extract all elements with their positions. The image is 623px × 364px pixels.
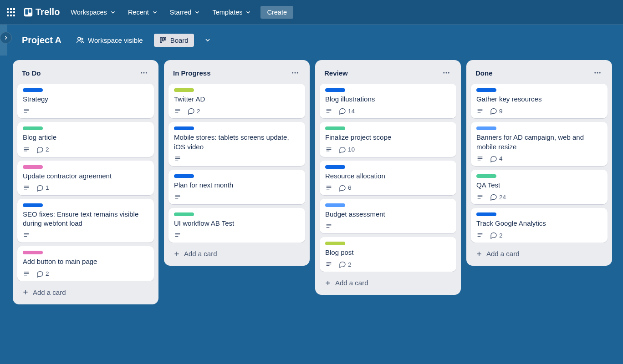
list-menu-button[interactable]	[440, 66, 453, 79]
create-button[interactable]: Create	[260, 6, 293, 19]
card[interactable]: UI workflow AB Test	[169, 208, 305, 243]
list-header: Done	[470, 65, 608, 84]
description-icon	[23, 146, 30, 153]
card-label-sky[interactable]	[476, 126, 496, 130]
nav-starred[interactable]: Starred	[164, 6, 206, 19]
card[interactable]: Add button to main page 2	[17, 246, 154, 281]
card-label-lime[interactable]	[325, 242, 345, 245]
description-badge	[325, 261, 332, 268]
card-label-blue[interactable]	[325, 88, 345, 92]
card[interactable]: Gather key resources 9	[471, 84, 608, 118]
list-title[interactable]: To Do	[22, 69, 41, 77]
card[interactable]: Blog article 2	[17, 122, 154, 157]
list-title[interactable]: Review	[324, 69, 348, 77]
card-title: Blog article	[23, 133, 148, 142]
card-label-lime[interactable]	[174, 88, 194, 92]
card-label-blue[interactable]	[476, 212, 496, 216]
list-menu-button[interactable]	[591, 66, 604, 79]
add-card-button[interactable]: Add a card	[470, 245, 608, 262]
visibility-button[interactable]: Workspace visible	[71, 33, 148, 47]
nav-templates-label: Templates	[212, 9, 242, 16]
add-card-button[interactable]: Add a card	[319, 274, 457, 291]
description-icon	[174, 155, 181, 162]
description-icon	[174, 107, 181, 115]
description-icon	[23, 107, 30, 115]
comment-icon	[490, 107, 497, 115]
card-label-green[interactable]	[476, 174, 496, 178]
app-switcher-button[interactable]	[4, 5, 18, 20]
sidebar-expand-button[interactable]	[0, 32, 12, 44]
add-card-button[interactable]: Add a card	[168, 245, 306, 262]
card[interactable]: Twitter AD 2	[169, 84, 305, 118]
card[interactable]: Update contractor agreement 1	[17, 161, 154, 195]
card[interactable]: Blog illustrations 14	[320, 84, 456, 118]
plus-icon	[324, 279, 332, 287]
card-label-sky[interactable]	[325, 203, 345, 207]
nav-templates[interactable]: Templates	[207, 6, 257, 19]
trello-logo[interactable]: Trello	[19, 5, 64, 19]
list-title[interactable]: Done	[475, 69, 493, 77]
card-label-blue[interactable]	[23, 203, 43, 207]
description-badge	[23, 107, 30, 115]
card-label-green[interactable]	[325, 126, 345, 130]
view-switch-more[interactable]	[200, 33, 215, 47]
card[interactable]: QA Test 24	[471, 170, 608, 204]
chevron-down-icon	[204, 36, 211, 44]
card-title: Gather key resources	[476, 95, 602, 104]
card[interactable]: Plan for next month	[169, 170, 305, 204]
svg-point-74	[594, 72, 596, 74]
card[interactable]: Resource allocation 6	[320, 161, 456, 195]
list-title[interactable]: In Progress	[173, 69, 211, 77]
description-badge	[23, 270, 30, 278]
card-labels	[174, 126, 300, 130]
card-label-blue[interactable]	[174, 174, 194, 178]
card-label-blue[interactable]	[476, 88, 496, 92]
description-badge	[174, 193, 181, 201]
list-menu-button[interactable]	[138, 66, 150, 79]
chevron-down-icon	[194, 9, 200, 15]
card[interactable]: Strategy	[17, 84, 154, 118]
description-icon	[476, 107, 484, 115]
plus-icon	[173, 250, 180, 258]
card[interactable]: Blog post 2	[320, 237, 456, 272]
nav-recent[interactable]: Recent	[123, 6, 163, 19]
description-badge	[325, 184, 332, 192]
comments-badge: 6	[339, 184, 352, 192]
board-canvas[interactable]: To Do Strategy Blog article 2 Update con…	[7, 56, 623, 364]
trello-logo-icon	[24, 8, 33, 17]
view-switch-button[interactable]: Board	[154, 34, 194, 47]
comment-icon	[339, 107, 346, 115]
card[interactable]: SEO fixes: Ensure text remains visible d…	[17, 199, 154, 243]
board-title[interactable]: Project A	[18, 33, 65, 47]
card-labels	[174, 88, 300, 92]
card-title: Blog post	[325, 248, 451, 257]
svg-point-12	[78, 37, 81, 40]
comment-icon	[36, 146, 44, 153]
card-label-pink[interactable]	[23, 251, 43, 254]
card-label-green[interactable]	[23, 126, 43, 130]
card-label-pink[interactable]	[23, 165, 43, 169]
card[interactable]: Finalize project scope 10	[320, 122, 456, 157]
list: In Progress Twitter AD 2 Mobile stores: …	[164, 60, 310, 266]
card-label-blue[interactable]	[174, 126, 194, 130]
card-title: Budget assessment	[325, 210, 451, 219]
svg-rect-6	[7, 15, 9, 16]
card-labels	[174, 174, 300, 178]
card[interactable]: Budget assessment	[320, 199, 456, 233]
add-card-button[interactable]: Add a card	[16, 284, 155, 301]
card-title: Mobile stores: tablets screens update, i…	[174, 133, 300, 152]
comments-badge: 4	[490, 155, 503, 162]
card-label-blue[interactable]	[23, 88, 43, 92]
card-title: SEO fixes: Ensure text remains visible d…	[23, 210, 148, 228]
card-label-blue[interactable]	[325, 165, 345, 169]
add-card-label: Add a card	[486, 250, 520, 258]
card[interactable]: Mobile stores: tablets screens update, i…	[169, 122, 305, 166]
card[interactable]: Track Google Analytics 2	[471, 208, 608, 243]
card[interactable]: Banners for AD campaign, web and mobile …	[471, 122, 608, 166]
description-icon	[23, 184, 30, 192]
card-badges: 6	[325, 184, 451, 192]
nav-workspaces[interactable]: Workspaces	[65, 6, 122, 19]
list-menu-button[interactable]	[289, 66, 301, 79]
svg-rect-5	[13, 11, 15, 13]
card-label-green[interactable]	[174, 212, 194, 216]
